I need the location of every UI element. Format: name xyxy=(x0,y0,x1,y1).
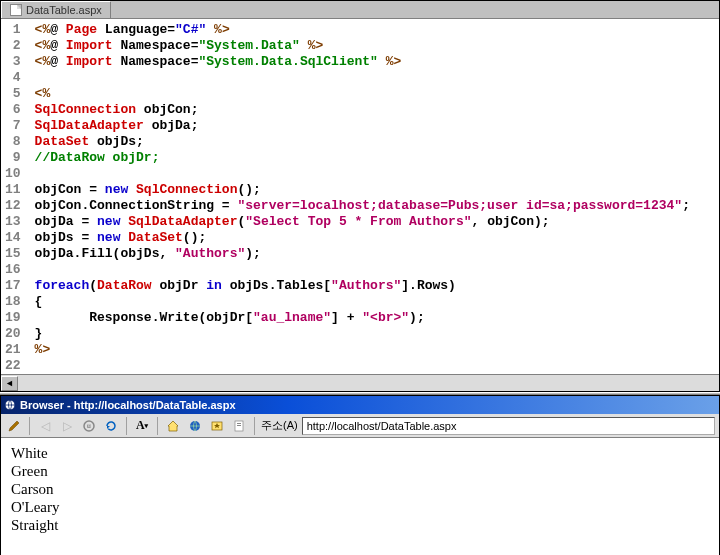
favorites-icon[interactable] xyxy=(208,417,226,435)
font-size-icon[interactable]: A▾ xyxy=(133,417,151,435)
forward-icon[interactable]: ▷ xyxy=(58,417,76,435)
code-line[interactable]: %> xyxy=(35,342,719,358)
horizontal-scrollbar[interactable]: ◄ xyxy=(1,374,719,391)
line-number: 3 xyxy=(5,54,21,70)
back-icon[interactable]: ◁ xyxy=(36,417,54,435)
line-number: 13 xyxy=(5,214,21,230)
code-line[interactable] xyxy=(35,70,719,86)
line-number: 14 xyxy=(5,230,21,246)
toolbar-separator xyxy=(126,417,127,435)
line-number: 4 xyxy=(5,70,21,86)
line-number: 9 xyxy=(5,150,21,166)
line-number: 19 xyxy=(5,310,21,326)
home-icon[interactable] xyxy=(164,417,182,435)
toolbar-separator xyxy=(157,417,158,435)
address-label: 주소(A) xyxy=(261,418,298,433)
browser-titlebar: Browser - http://localhost/DataTable.asp… xyxy=(1,396,719,414)
output-line: O'Leary xyxy=(11,498,709,516)
line-number: 21 xyxy=(5,342,21,358)
toolbar-separator xyxy=(29,417,30,435)
code-line[interactable]: objDa.Fill(objDs, "Authors"); xyxy=(35,246,719,262)
svg-text:⦻: ⦻ xyxy=(86,423,92,429)
output-line: White xyxy=(11,444,709,462)
line-number: 16 xyxy=(5,262,21,278)
scroll-left-button[interactable]: ◄ xyxy=(1,376,18,391)
code-line[interactable]: foreach(DataRow objDr in objDs.Tables["A… xyxy=(35,278,719,294)
code-line[interactable]: { xyxy=(35,294,719,310)
refresh-icon[interactable] xyxy=(102,417,120,435)
folder-icon[interactable] xyxy=(230,417,248,435)
browser-window-icon xyxy=(4,399,16,411)
search-web-icon[interactable] xyxy=(186,417,204,435)
code-line[interactable]: <%@ Page Language="C#" %> xyxy=(35,22,719,38)
line-number: 22 xyxy=(5,358,21,374)
editor-area[interactable]: 12345678910111213141516171819202122 <%@ … xyxy=(1,19,719,374)
document-icon xyxy=(10,4,22,16)
code-line[interactable] xyxy=(35,358,719,374)
browser-window: Browser - http://localhost/DataTable.asp… xyxy=(0,395,720,555)
editor-tab-active[interactable]: DataTable.aspx xyxy=(1,1,111,18)
browser-title-text: Browser - http://localhost/DataTable.asp… xyxy=(20,399,236,411)
line-number: 17 xyxy=(5,278,21,294)
line-number: 15 xyxy=(5,246,21,262)
code-body[interactable]: <%@ Page Language="C#" %><%@ Import Name… xyxy=(29,20,719,374)
output-line: Carson xyxy=(11,480,709,498)
editor-tab-label: DataTable.aspx xyxy=(26,4,102,16)
code-line[interactable]: objCon.ConnectionString = "server=localh… xyxy=(35,198,719,214)
output-line: Green xyxy=(11,462,709,480)
browser-content: WhiteGreenCarsonO'LearyStraight xyxy=(1,438,719,555)
code-line[interactable]: SqlDataAdapter objDa; xyxy=(35,118,719,134)
line-number: 6 xyxy=(5,102,21,118)
line-number: 2 xyxy=(5,38,21,54)
browser-toolbar: ◁ ▷ ⦻ A▾ 주소(A) xyxy=(1,414,719,438)
pencil-icon[interactable] xyxy=(5,417,23,435)
code-line[interactable] xyxy=(35,166,719,182)
line-number: 7 xyxy=(5,118,21,134)
address-input[interactable] xyxy=(302,417,715,435)
line-number: 1 xyxy=(5,22,21,38)
code-line[interactable]: <%@ Import Namespace="System.Data.SqlCli… xyxy=(35,54,719,70)
line-number: 11 xyxy=(5,182,21,198)
code-line[interactable]: //DataRow objDr; xyxy=(35,150,719,166)
line-number: 18 xyxy=(5,294,21,310)
svg-rect-7 xyxy=(237,425,241,426)
code-line[interactable]: DataSet objDs; xyxy=(35,134,719,150)
code-line[interactable]: objDa = new SqlDataAdapter("Select Top 5… xyxy=(35,214,719,230)
editor-tabbar: DataTable.aspx xyxy=(1,1,719,19)
line-number: 20 xyxy=(5,326,21,342)
stop-icon[interactable]: ⦻ xyxy=(80,417,98,435)
code-line[interactable]: <% xyxy=(35,86,719,102)
code-line[interactable] xyxy=(35,262,719,278)
code-editor-window: DataTable.aspx 1234567891011121314151617… xyxy=(0,0,720,392)
code-line[interactable]: } xyxy=(35,326,719,342)
output-line: Straight xyxy=(11,516,709,534)
line-number: 12 xyxy=(5,198,21,214)
code-line[interactable]: objCon = new SqlConnection(); xyxy=(35,182,719,198)
code-line[interactable]: SqlConnection objCon; xyxy=(35,102,719,118)
code-line[interactable]: <%@ Import Namespace="System.Data" %> xyxy=(35,38,719,54)
line-number: 10 xyxy=(5,166,21,182)
code-line[interactable]: Response.Write(objDr["au_lname"] + "<br>… xyxy=(35,310,719,326)
code-line[interactable]: objDs = new DataSet(); xyxy=(35,230,719,246)
line-number-gutter: 12345678910111213141516171819202122 xyxy=(1,20,29,374)
svg-rect-6 xyxy=(237,423,241,424)
line-number: 5 xyxy=(5,86,21,102)
toolbar-separator xyxy=(254,417,255,435)
line-number: 8 xyxy=(5,134,21,150)
